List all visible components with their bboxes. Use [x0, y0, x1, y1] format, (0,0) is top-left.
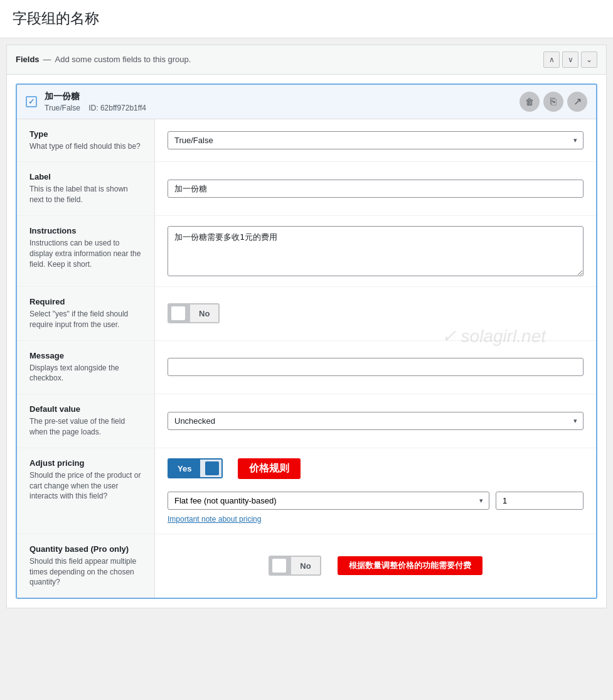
field-id-label: ID: — [88, 104, 98, 112]
field-id-value: 62bff972b1ff4 — [100, 104, 146, 112]
setting-label-label-col: Label This is the label that is shown ne… — [17, 162, 155, 215]
fields-section-title: Fields — [16, 55, 40, 64]
pricing-toggle-circle — [205, 461, 219, 475]
setting-instructions-row: Instructions Instructions can be used to… — [17, 216, 596, 287]
quantity-toggle-track — [270, 557, 291, 574]
field-item-checkbox[interactable]: ✓ — [26, 96, 37, 107]
fields-header-desc: Add some custom fields to this group. — [55, 55, 191, 64]
field-type: True/False — [45, 104, 80, 112]
fields-header-right: ∧ ∨ ⌄ — [543, 51, 597, 68]
setting-instructions-control: 加一份糖需要多收1元的费用 — [155, 216, 596, 286]
setting-quantity-control: No 根据数量调整价格的功能需要付费 — [155, 534, 596, 598]
setting-type-label-col: Type What type of field should this be? — [17, 119, 155, 162]
duplicate-icon: ⎘ — [550, 96, 557, 107]
pricing-toggle-row: Yes 价格规则 — [168, 458, 301, 479]
setting-pricing-label-col: Adjust pricing Should the price of the p… — [17, 448, 155, 534]
setting-type-desc: What type of field should this be? — [29, 141, 142, 152]
setting-label-label: Label — [29, 172, 142, 181]
setting-quantity-row: Quantity based (Pro only) Should this fi… — [17, 534, 596, 598]
setting-pricing-label: Adjust pricing — [29, 458, 142, 468]
quantity-pro-badge: 根据数量调整价格的功能需要付费 — [338, 556, 482, 575]
setting-default-desc: The pre-set value of the field when the … — [29, 416, 142, 438]
setting-type-row: Type What type of field should this be? … — [17, 119, 596, 163]
quantity-toggle-label[interactable]: No — [291, 557, 319, 574]
field-item-header: ✓ 加一份糖 True/False ID: 62bff972b1ff4 🗑 — [17, 85, 596, 119]
default-select-wrapper: Unchecked Checked ▾ — [168, 412, 584, 430]
fields-header-left: Fields — Add some custom fields to this … — [16, 55, 191, 64]
setting-default-row: Default value The pre-set value of the f… — [17, 394, 596, 448]
setting-label-control — [155, 162, 596, 215]
setting-default-label: Default value — [29, 404, 142, 414]
fields-header-separator: — — [43, 55, 51, 64]
checkmark-icon: ✓ — [28, 97, 35, 106]
setting-message-row: Message Displays text alongside the chec… — [17, 341, 596, 395]
expand-icon: ↗ — [573, 95, 582, 107]
setting-pricing-control: Yes 价格规则 Flat fee (not quanti — [155, 448, 596, 534]
pricing-controls: Flat fee (not quantity-based) Percentage… — [168, 492, 584, 510]
setting-required-control: No ✓ solagirl.net — [155, 287, 596, 340]
setting-instructions-label-col: Instructions Instructions can be used to… — [17, 216, 155, 286]
pricing-toggle[interactable]: Yes — [168, 458, 223, 478]
pricing-type-select[interactable]: Flat fee (not quantity-based) Percentage… — [168, 492, 489, 510]
field-name: 加一份糖 — [45, 91, 512, 102]
pricing-toggle-yes-label[interactable]: Yes — [169, 460, 200, 477]
setting-message-label-col: Message Displays text alongside the chec… — [17, 341, 155, 394]
field-actions: 🗑 ⎘ ↗ — [520, 92, 587, 112]
field-meta: True/False ID: 62bff972b1ff4 — [45, 104, 512, 112]
pricing-type-wrapper: Flat fee (not quantity-based) Percentage… — [168, 492, 489, 510]
fields-header: Fields — Add some custom fields to this … — [7, 45, 606, 75]
default-select[interactable]: Unchecked Checked — [168, 412, 584, 430]
field-info: 加一份糖 True/False ID: 62bff972b1ff4 — [45, 91, 512, 112]
setting-label-desc: This is the label that is shown next to … — [29, 184, 142, 205]
delete-icon: 🗑 — [525, 97, 534, 107]
setting-required-row: Required Select "yes" if the field shoul… — [17, 287, 596, 341]
setting-message-label: Message — [29, 351, 142, 360]
setting-quantity-label-col: Quantity based (Pro only) Should this fi… — [17, 534, 155, 598]
setting-default-label-col: Default value The pre-set value of the f… — [17, 394, 155, 448]
field-settings: Type What type of field should this be? … — [17, 119, 596, 598]
setting-quantity-desc: Should this field appear multiple times … — [29, 556, 142, 588]
required-toggle-label[interactable]: No — [190, 304, 218, 322]
page-title: 字段组的名称 — [13, 10, 600, 28]
field-item: ✓ 加一份糖 True/False ID: 62bff972b1ff4 🗑 — [16, 83, 597, 600]
type-select-wrapper: True/False Text Number ▾ — [168, 131, 584, 149]
setting-required-label-col: Required Select "yes" if the field shoul… — [17, 287, 155, 340]
required-toggle-circle — [171, 306, 185, 320]
field-duplicate-button[interactable]: ⎘ — [543, 92, 563, 112]
collapse-all-button[interactable]: ⌄ — [581, 51, 597, 68]
type-select[interactable]: True/False Text Number — [168, 131, 584, 149]
field-expand-button[interactable]: ↗ — [567, 92, 587, 112]
setting-default-control: Unchecked Checked ▾ — [155, 394, 596, 448]
setting-required-label: Required — [29, 297, 142, 306]
setting-pricing-desc: Should the price of the product or cart … — [29, 470, 142, 502]
pricing-badge: 价格规则 — [238, 458, 301, 479]
field-delete-button[interactable]: 🗑 — [520, 92, 540, 112]
setting-type-label: Type — [29, 129, 142, 139]
pricing-toggle-track — [200, 460, 221, 477]
setting-quantity-label: Quantity based (Pro only) — [29, 544, 142, 554]
quantity-toggle[interactable]: No — [269, 556, 321, 576]
required-toggle-track — [169, 304, 190, 322]
page-title-bar: 字段组的名称 — [0, 0, 613, 38]
setting-message-control — [155, 341, 596, 394]
setting-label-row: Label This is the label that is shown ne… — [17, 162, 596, 216]
setting-message-desc: Displays text alongside the checkbox. — [29, 363, 142, 384]
fields-section: Fields — Add some custom fields to this … — [6, 45, 607, 609]
instructions-textarea[interactable]: 加一份糖需要多收1元的费用 — [168, 226, 584, 276]
pricing-amount-input[interactable] — [496, 492, 584, 510]
setting-instructions-desc: Instructions can be used to display extr… — [29, 238, 142, 269]
setting-instructions-label: Instructions — [29, 226, 142, 235]
message-input[interactable] — [168, 358, 584, 376]
label-input[interactable] — [168, 180, 584, 198]
setting-pricing-row: Adjust pricing Should the price of the p… — [17, 448, 596, 534]
collapse-up-button[interactable]: ∧ — [543, 51, 560, 68]
required-toggle[interactable]: No — [168, 303, 220, 323]
pricing-note-link[interactable]: Important note about pricing — [168, 515, 261, 524]
setting-required-desc: Select "yes" if the field should require… — [29, 309, 142, 330]
quantity-toggle-circle — [272, 559, 286, 573]
setting-type-control: True/False Text Number ▾ — [155, 119, 596, 162]
collapse-down-button[interactable]: ∨ — [562, 51, 578, 68]
